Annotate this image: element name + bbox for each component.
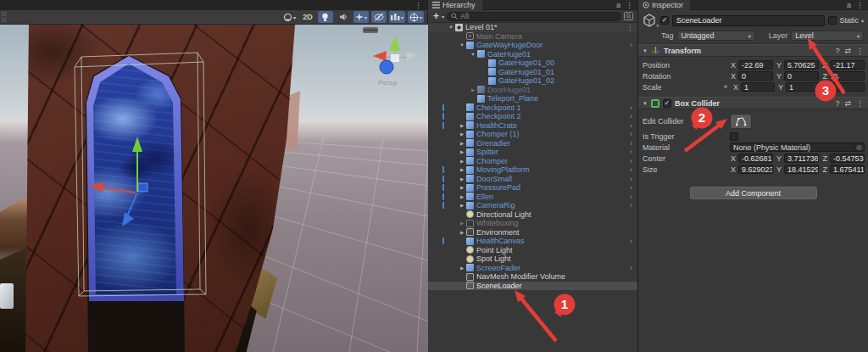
static-dropdown-icon[interactable]: ▾ [861, 18, 864, 24]
scale-y-field[interactable]: 1 [786, 82, 820, 92]
prefab-chevron-icon[interactable]: › [630, 113, 637, 120]
hierarchy-row[interactable]: Teleport_Plane [428, 94, 637, 103]
prefab-chevron-icon[interactable]: › [630, 122, 637, 129]
hierarchy-row[interactable]: ▼GateHuge01 [428, 50, 637, 59]
prefab-chevron-icon[interactable]: › [630, 158, 637, 165]
hierarchy-row[interactable]: Main Camera [428, 32, 637, 42]
material-object-field[interactable]: None (Physic Material) ◎ [730, 142, 865, 152]
position-x-field[interactable]: -22.69 [738, 60, 773, 70]
position-z-field[interactable]: -21.17 [830, 60, 865, 70]
hierarchy-row[interactable]: ▶PressurePad› [428, 183, 637, 193]
hierarchy-row[interactable]: ▶DoorHuge01 [428, 86, 637, 95]
help-icon[interactable]: ? [835, 99, 839, 108]
hierarchy-row[interactable]: HealthCanvas› [428, 237, 637, 246]
hierarchy-row[interactable]: ▶Grenadier› [428, 139, 637, 148]
scale-z-field[interactable] [831, 82, 865, 92]
create-object-button[interactable]: + [433, 12, 439, 20]
kebab-menu-icon[interactable]: ⋮ [856, 1, 864, 9]
kebab-menu-icon[interactable]: ⋮ [626, 1, 633, 9]
presets-icon[interactable]: ⇄ [844, 99, 851, 108]
hierarchy-row[interactable]: ▶Chomper (1)› [428, 130, 637, 139]
lock-icon[interactable]: a [616, 1, 620, 9]
expand-arrow-icon[interactable]: ▼ [458, 42, 466, 47]
expand-arrow-icon[interactable]: ▶ [458, 149, 466, 154]
expand-arrow-icon[interactable]: ▼ [447, 25, 455, 30]
size-z-field[interactable]: 1.675411 [830, 165, 865, 174]
component-enabled-checkbox[interactable]: ✓ [663, 99, 671, 108]
foldout-arrow-icon[interactable]: ▼ [643, 101, 648, 106]
hierarchy-row[interactable]: Checkpoint 1› [428, 103, 637, 113]
prefab-chevron-icon[interactable]: › [630, 237, 637, 244]
hierarchy-row[interactable]: ▶Ellen› [428, 193, 637, 202]
prefab-chevron-icon[interactable]: › [630, 184, 637, 191]
expand-arrow-icon[interactable]: ▶ [458, 123, 466, 128]
tab-hierarchy[interactable]: Hierarchy [428, 0, 482, 10]
box-collider-component-header[interactable]: ▼ ✓ Box Collider ? ⇄ ⋮ [638, 97, 868, 109]
hierarchy-row[interactable]: Checkpoint 2› [428, 112, 637, 121]
size-x-field[interactable]: 9.629023 [738, 165, 773, 174]
audio-toggle-button[interactable] [336, 11, 351, 23]
layer-dropdown[interactable]: Level ▾ [791, 31, 864, 41]
hierarchy-row[interactable]: ▶Spitter› [428, 148, 637, 157]
prefab-chevron-icon[interactable]: › [630, 265, 637, 271]
scene-viewport[interactable]: Persp [0, 25, 428, 352]
help-icon[interactable]: ? [835, 47, 839, 55]
expand-arrow-icon[interactable]: ▶ [458, 203, 466, 208]
kebab-menu-icon[interactable]: ⋮ [626, 24, 637, 31]
active-checkbox[interactable]: ✓ [660, 16, 669, 25]
expand-arrow-icon[interactable]: ▶ [458, 265, 466, 271]
component-views-dropdown-button[interactable]: ▾ [389, 11, 405, 23]
expand-arrow-icon[interactable]: ▶ [458, 141, 466, 146]
hierarchy-row[interactable]: ▶Chomper› [428, 157, 637, 166]
hierarchy-row[interactable]: GateHuge01_01 [428, 68, 637, 77]
tag-dropdown[interactable]: Untagged ▾ [677, 31, 755, 41]
lighting-toggle-button[interactable] [318, 11, 333, 23]
scene-pane-menu-icon[interactable]: ⋮ [415, 1, 422, 9]
hierarchy-row[interactable]: NavMesh Modifier Volume [428, 272, 637, 282]
hierarchy-row[interactable]: GateHuge01_00 [428, 59, 637, 68]
position-y-field[interactable]: 5.70625 [784, 60, 819, 70]
hierarchy-row[interactable]: ▼Level 01*⋮ [428, 23, 637, 32]
prefab-chevron-icon[interactable]: › [630, 176, 637, 182]
center-z-field[interactable]: -0.547536 [830, 154, 865, 163]
effects-dropdown-button[interactable]: ▾ [353, 11, 369, 23]
hierarchy-row[interactable]: Spot Light [428, 254, 637, 264]
2d-toggle-button[interactable]: 2D [300, 11, 315, 23]
static-checkbox[interactable] [828, 16, 837, 25]
hierarchy-row[interactable]: ▶ScreenFader› [428, 264, 637, 273]
expand-arrow-icon[interactable]: ▶ [458, 185, 466, 190]
hierarchy-search-input[interactable]: All [447, 12, 621, 21]
rotation-y-field[interactable]: 0 [784, 71, 819, 81]
rotation-x-field[interactable]: 0 [738, 71, 773, 81]
toolbar-drag-handle[interactable] [2, 12, 6, 22]
scene-visibility-toggle-button[interactable] [371, 11, 387, 23]
shading-mode-dropdown[interactable]: ▾ [281, 11, 298, 23]
scale-x-field[interactable]: 1 [741, 82, 775, 92]
center-x-field[interactable]: -0.626818 [738, 154, 773, 163]
prefab-chevron-icon[interactable]: › [630, 42, 637, 48]
expand-arrow-icon[interactable]: ▶ [458, 230, 466, 235]
kebab-menu-icon[interactable]: ⋮ [856, 99, 864, 108]
size-y-field[interactable]: 18.41529 [784, 165, 819, 174]
hierarchy-row[interactable]: ▶Environment [428, 228, 637, 237]
add-component-button[interactable]: Add Component [690, 187, 817, 199]
expand-arrow-icon[interactable]: ▶ [458, 221, 466, 226]
hierarchy-row[interactable]: Directional Light [428, 210, 637, 220]
expand-arrow-icon[interactable]: ▶ [458, 176, 466, 182]
expand-arrow-icon[interactable]: ▼ [469, 52, 477, 57]
hierarchy-row[interactable]: GateHuge01_02 [428, 76, 637, 86]
hierarchy-row[interactable]: ▶CameraRig› [428, 201, 637, 210]
collapsed-overlay-handle[interactable] [363, 27, 378, 33]
prefab-chevron-icon[interactable]: › [630, 104, 637, 111]
prefab-chevron-icon[interactable]: › [630, 131, 637, 137]
projection-label[interactable]: Persp [378, 79, 397, 87]
hierarchy-row[interactable]: Point Light [428, 246, 637, 255]
gameobject-cube-icon[interactable]: ▾ [643, 14, 657, 27]
center-y-field[interactable]: 3.711738 [784, 154, 819, 163]
prefab-chevron-icon[interactable]: › [630, 166, 637, 173]
edit-collider-button[interactable] [730, 114, 752, 129]
transform-component-header[interactable]: ▼ Transform ? ⇄ ⋮ [638, 44, 868, 57]
hierarchy-row[interactable]: SceneLoader [428, 282, 637, 291]
is-trigger-checkbox[interactable] [730, 132, 738, 141]
lock-icon[interactable]: a [847, 1, 851, 9]
